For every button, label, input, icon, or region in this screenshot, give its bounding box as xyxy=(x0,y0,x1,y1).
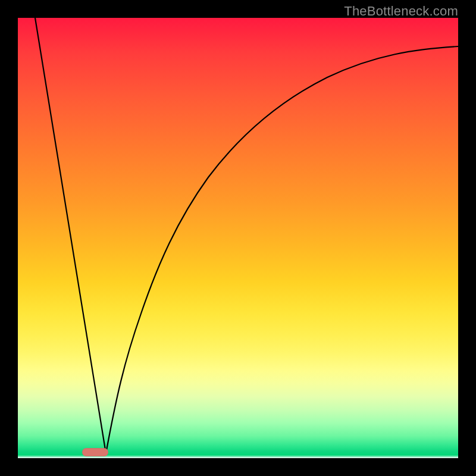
chart-frame: TheBottleneck.com xyxy=(0,0,476,476)
right-curve xyxy=(106,46,458,453)
chart-curves xyxy=(18,18,458,458)
plot-area xyxy=(18,18,458,458)
left-line xyxy=(35,18,106,453)
watermark-text: TheBottleneck.com xyxy=(344,4,458,19)
bottleneck-marker xyxy=(82,448,108,456)
